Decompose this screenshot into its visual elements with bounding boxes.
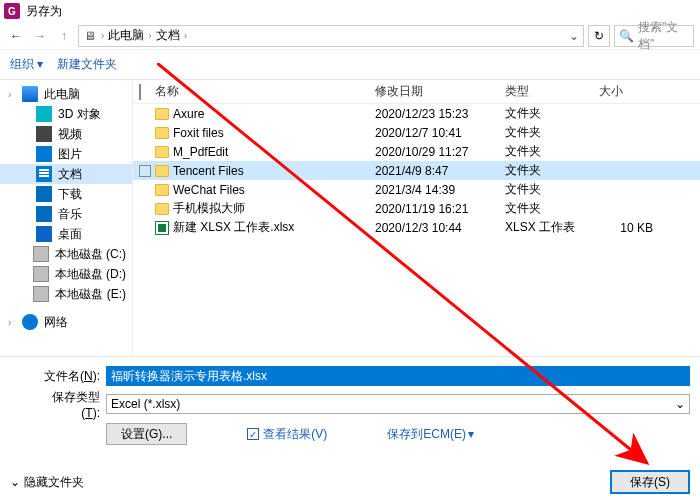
folder-icon [155, 203, 169, 215]
sidebar-label: 3D 对象 [58, 106, 101, 123]
sidebar-icon [36, 146, 52, 162]
filename-label: 文件名(N): [36, 368, 100, 385]
folder-icon [155, 165, 169, 177]
breadcrumb-dropdown[interactable]: ⌄ [569, 29, 579, 43]
breadcrumb-root[interactable]: 此电脑 [108, 27, 144, 44]
sidebar-icon [36, 166, 52, 182]
xlsx-icon [155, 221, 169, 235]
file-row[interactable]: 新建 XLSX 工作表.xlsx2020/12/3 10:44XLSX 工作表1… [133, 218, 700, 237]
sidebar-icon [33, 266, 49, 282]
hide-folders-toggle[interactable]: ⌄ 隐藏文件夹 [10, 474, 84, 491]
breadcrumb[interactable]: 🖥 › 此电脑 › 文档 › ⌄ [78, 25, 584, 47]
search-input[interactable]: 🔍 搜索"文档" [614, 25, 694, 47]
file-row[interactable]: M_PdfEdit2020/10/29 11:27文件夹 [133, 142, 700, 161]
new-folder-button[interactable]: 新建文件夹 [57, 56, 117, 73]
sidebar-item[interactable]: 桌面 [0, 224, 132, 244]
sidebar-icon [36, 126, 52, 142]
sidebar-icon [22, 314, 38, 330]
col-name[interactable]: 名称 [155, 83, 375, 100]
save-button[interactable]: 保存(S) [610, 470, 690, 494]
sidebar-icon [36, 206, 52, 222]
checkbox-icon: ✓ [247, 428, 259, 440]
breadcrumb-folder[interactable]: 文档 [156, 27, 180, 44]
sidebar-label: 本地磁盘 (D:) [55, 266, 126, 283]
folder-icon [155, 108, 169, 120]
sidebar-item[interactable]: 本地磁盘 (E:) [0, 284, 132, 304]
file-row[interactable]: WeChat Files2021/3/4 14:39文件夹 [133, 180, 700, 199]
filetype-combo[interactable]: Excel (*.xlsx) ⌄ [106, 394, 690, 414]
folder-icon [155, 184, 169, 196]
file-row[interactable]: Tencent Files2021/4/9 8:47文件夹 [133, 161, 700, 180]
sidebar-item[interactable]: 文档 [0, 164, 132, 184]
sidebar-icon [33, 246, 49, 262]
column-headers: 名称 修改日期 类型 大小 [133, 80, 700, 104]
sidebar-item[interactable]: 音乐 [0, 204, 132, 224]
sidebar-icon [36, 186, 52, 202]
sidebar-label: 本地磁盘 (C:) [55, 246, 126, 263]
file-list: Axure2020/12/23 15:23文件夹Foxit files2020/… [133, 104, 700, 356]
refresh-button[interactable]: ↻ [588, 25, 610, 47]
chevron-right-icon: › [101, 30, 104, 41]
sidebar-label: 文档 [58, 166, 82, 183]
chevron-down-icon: ⌄ [10, 475, 20, 489]
sidebar-item[interactable]: 3D 对象 [0, 104, 132, 124]
file-row[interactable]: Foxit files2020/12/7 10:41文件夹 [133, 123, 700, 142]
chevron-down-icon: ▾ [468, 427, 474, 441]
organize-menu[interactable]: 组织 ▾ [10, 56, 43, 73]
chevron-down-icon: ⌄ [675, 397, 685, 411]
pc-icon: 🖥 [83, 29, 97, 43]
sidebar-icon [36, 106, 52, 122]
save-to-ecm-link[interactable]: 保存到ECM(E) ▾ [387, 426, 474, 443]
chevron-right-icon: › [8, 89, 16, 100]
sidebar-label: 本地磁盘 (E:) [55, 286, 126, 303]
sidebar-item[interactable]: ›此电脑 [0, 84, 132, 104]
search-placeholder: 搜索"文档" [638, 19, 689, 53]
sidebar: ›此电脑3D 对象视频图片文档下载音乐桌面本地磁盘 (C:)本地磁盘 (D:)本… [0, 80, 132, 356]
folder-icon [155, 127, 169, 139]
sidebar-label: 网络 [44, 314, 68, 331]
sidebar-label: 此电脑 [44, 86, 80, 103]
sidebar-label: 图片 [58, 146, 82, 163]
sidebar-icon [36, 226, 52, 242]
sidebar-label: 下载 [58, 186, 82, 203]
file-row[interactable]: 手机模拟大师2020/11/19 16:21文件夹 [133, 199, 700, 218]
file-row[interactable]: Axure2020/12/23 15:23文件夹 [133, 104, 700, 123]
col-date[interactable]: 修改日期 [375, 83, 505, 100]
settings-button[interactable]: 设置(G)... [106, 423, 187, 445]
sidebar-label: 桌面 [58, 226, 82, 243]
chevron-right-icon: › [148, 30, 151, 41]
col-size[interactable]: 大小 [599, 83, 659, 100]
chevron-right-icon: › [8, 317, 16, 328]
app-icon: G [4, 3, 20, 19]
col-type[interactable]: 类型 [505, 83, 599, 100]
sidebar-item[interactable]: ›网络 [0, 312, 132, 332]
view-result-checkbox[interactable]: ✓ 查看结果(V) [247, 426, 327, 443]
sidebar-item[interactable]: 本地磁盘 (C:) [0, 244, 132, 264]
filetype-label: 保存类型(T): [36, 389, 100, 420]
up-button[interactable]: ↑ [54, 26, 74, 46]
select-all-checkbox[interactable] [139, 84, 141, 100]
window-title: 另存为 [26, 3, 62, 20]
row-checkbox[interactable] [139, 165, 151, 177]
back-button[interactable]: ← [6, 26, 26, 46]
filename-input[interactable] [106, 366, 690, 386]
sidebar-item[interactable]: 视频 [0, 124, 132, 144]
sidebar-icon [22, 86, 38, 102]
folder-icon [155, 146, 169, 158]
chevron-right-icon: › [184, 30, 187, 41]
forward-button[interactable]: → [30, 26, 50, 46]
search-icon: 🔍 [619, 29, 634, 43]
sidebar-icon [33, 286, 49, 302]
sidebar-label: 音乐 [58, 206, 82, 223]
sidebar-item[interactable]: 本地磁盘 (D:) [0, 264, 132, 284]
sidebar-item[interactable]: 图片 [0, 144, 132, 164]
sidebar-label: 视频 [58, 126, 82, 143]
sidebar-item[interactable]: 下载 [0, 184, 132, 204]
